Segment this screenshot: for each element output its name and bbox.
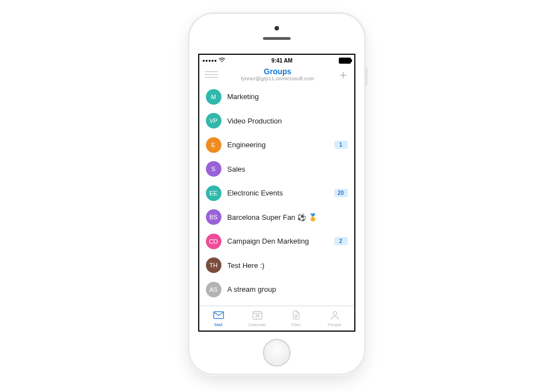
calendar-icon: 20: [252, 310, 263, 321]
mail-icon: [213, 310, 224, 321]
group-name: Electronic Events: [228, 189, 328, 197]
group-avatar: AS: [206, 282, 221, 297]
tab-mail[interactable]: Mail: [199, 306, 238, 331]
unread-badge: 1: [334, 141, 348, 149]
group-name: Sales: [228, 165, 348, 173]
tab-label: People: [328, 322, 342, 327]
app-screen: ●●●●● 9:41 AM Groups lynner@grp11.onmicr…: [198, 54, 355, 332]
group-row[interactable]: EEElectronic Events20: [199, 181, 354, 205]
tab-files[interactable]: Files: [277, 306, 316, 331]
earpiece-speaker: [263, 37, 291, 40]
status-bar-left: ●●●●●: [203, 58, 226, 64]
unread-badge: 2: [334, 237, 348, 245]
group-avatar: VP: [206, 113, 221, 128]
group-row[interactable]: CDCampaign Den Design: [199, 302, 354, 306]
home-button[interactable]: [263, 339, 291, 367]
group-row[interactable]: SSales: [199, 157, 354, 182]
group-name: Campaign Den Marketing: [228, 237, 328, 245]
unread-badge: 20: [334, 189, 348, 197]
group-avatar: CD: [206, 234, 221, 249]
front-camera: [275, 26, 279, 30]
group-name: Engineering: [228, 141, 328, 149]
group-name: Test Here :): [228, 261, 348, 270]
group-row[interactable]: VPVideo Production: [199, 109, 354, 133]
group-avatar: TH: [206, 257, 221, 273]
group-avatar: BS: [206, 209, 221, 225]
account-email: lynner@grp11.onmicrosoft.com: [219, 76, 337, 82]
group-row[interactable]: THTest Here :): [199, 254, 354, 278]
signal-dots-icon: ●●●●●: [203, 58, 218, 63]
group-avatar: S: [206, 161, 221, 177]
group-avatar: M: [206, 89, 221, 105]
tab-calendar[interactable]: 20 Calendar: [238, 306, 277, 331]
group-avatar: E: [206, 137, 221, 153]
page-title: Groups: [219, 67, 337, 76]
group-name: Marketing: [228, 92, 348, 101]
group-avatar: EE: [206, 185, 221, 201]
people-icon: [329, 310, 340, 321]
tab-label: Mail: [214, 322, 223, 327]
add-group-button[interactable]: ＋: [337, 70, 350, 80]
status-bar-time: 9:41 AM: [271, 58, 292, 64]
group-row[interactable]: CDCampaign Den Marketing2: [199, 229, 354, 254]
status-bar-right: [339, 58, 351, 64]
wifi-icon: [219, 58, 225, 64]
tab-label: Calendar: [248, 322, 266, 327]
group-row[interactable]: EEngineering1: [199, 133, 354, 157]
group-name: Barcelona Super Fan ⚽ 🏅: [228, 213, 348, 221]
group-row[interactable]: ASA stream group: [199, 277, 354, 302]
files-icon: [291, 310, 302, 321]
group-name: Video Production: [228, 117, 348, 125]
status-bar: ●●●●● 9:41 AM: [199, 55, 354, 65]
hamburger-menu-icon[interactable]: [204, 69, 219, 80]
tab-people[interactable]: People: [316, 306, 354, 331]
tab-bar: Mail 20 Calendar: [199, 306, 354, 331]
calendar-day: 20: [255, 314, 260, 318]
tab-label: Files: [291, 322, 301, 327]
group-row[interactable]: MMarketing: [199, 85, 354, 109]
svg-rect-0: [214, 311, 224, 318]
groups-list[interactable]: MMarketingVPVideo ProductionEEngineering…: [199, 85, 354, 306]
svg-point-6: [333, 311, 337, 315]
header-title-block: Groups lynner@grp11.onmicrosoft.com: [219, 67, 337, 82]
battery-icon: [339, 58, 351, 64]
group-row[interactable]: BSBarcelona Super Fan ⚽ 🏅: [199, 205, 354, 230]
group-name: A stream group: [228, 285, 348, 293]
phone-device-frame: ●●●●● 9:41 AM Groups lynner@grp11.onmicr…: [189, 14, 364, 374]
nav-header: Groups lynner@grp11.onmicrosoft.com ＋: [199, 65, 354, 85]
